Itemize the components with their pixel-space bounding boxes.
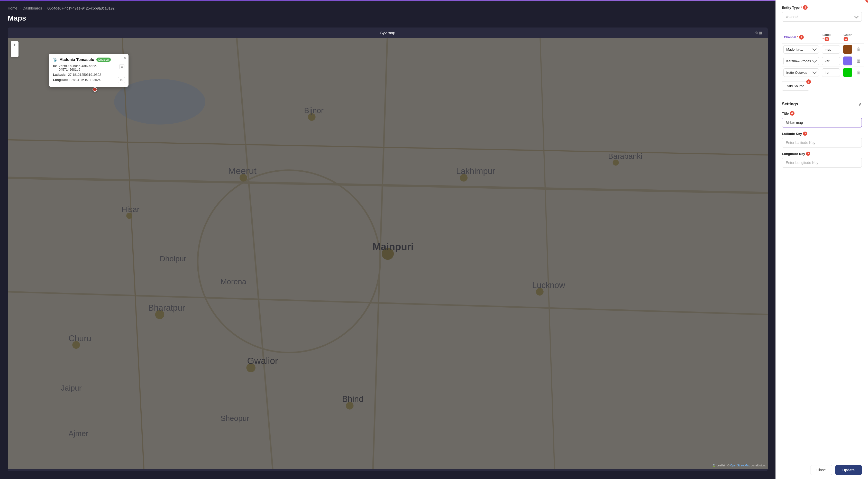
actions-header (854, 32, 864, 44)
delete-cell-0: 🗑 (854, 44, 864, 55)
add-source-button[interactable]: Add Source 5 (782, 81, 809, 91)
popup-id-value: 2d2f8999-b0aa-4af6-b622-0457142681e9 (59, 64, 117, 71)
lat-key-input-group: Latitude Key ? (782, 132, 862, 148)
color-header: Color 4 (841, 32, 854, 44)
popup-lat-value: 27.1812125031919802 (68, 73, 101, 76)
popup-id-copy-button[interactable]: ⧉ (119, 64, 124, 69)
lat-key-label: Latitude Key ? (782, 132, 862, 136)
lon-key-info-icon: ? (806, 152, 810, 156)
label-input-1[interactable] (822, 57, 840, 65)
popup-lat-label: Latitude: (53, 73, 67, 76)
map-card-header: Syv map ✎ 🗑 (8, 28, 768, 38)
entity-type-label: Entity Type * 1 (782, 5, 862, 10)
label-cell-1 (820, 55, 841, 67)
table-row: Madonia-... 🗑 (782, 44, 864, 55)
add-source-label: Add Source (787, 84, 804, 88)
channel-select-1[interactable]: Kershaw-Propes (783, 57, 819, 65)
color-cell-0 (841, 44, 854, 55)
channel-cell-1: Kershaw-Propes (782, 55, 820, 67)
title-input[interactable] (782, 118, 862, 127)
popup-status-badge: Enabled (96, 58, 111, 62)
settings-section: Settings ∧ Title 6 Latitude Key ? Longit… (776, 96, 868, 177)
channel-cell-0: Madonia-... (782, 44, 820, 55)
add-source-badge: 5 (806, 79, 811, 84)
delete-source-button-2[interactable]: 🗑 (856, 69, 862, 76)
delete-source-button-1[interactable]: 🗑 (856, 57, 862, 65)
map-card-actions: ✎ 🗑 (757, 30, 764, 36)
title-field-label: Title 6 (782, 111, 862, 116)
label-input-0[interactable] (822, 45, 840, 54)
delete-cell-2: 🗑 (854, 67, 864, 78)
color-swatch-1[interactable] (843, 56, 852, 66)
settings-title: Settings (782, 102, 798, 106)
breadcrumb-home[interactable]: Home (8, 6, 17, 10)
map-footer: 🍃 Leaflet | © OpenStreetMap contributors (712, 464, 766, 467)
label-input-2[interactable] (822, 68, 840, 77)
popup-lon-value: 78.04195101133526 (71, 78, 101, 82)
map-zoom-controls: + − (11, 41, 19, 57)
popup-signal-icon: 📡 (53, 58, 57, 62)
title-input-group: Title 6 (782, 111, 862, 127)
popup-id-row: ID: 2d2f8999-b0aa-4af6-b622-0457142681e9… (53, 64, 124, 71)
zoom-in-button[interactable]: + (11, 41, 19, 49)
channel-select-2[interactable]: Irette-Octavus (783, 68, 819, 77)
entity-type-section: Entity Type * 1 channel (776, 0, 868, 27)
color-swatch-2[interactable] (843, 68, 852, 77)
popup-close-button[interactable]: × (124, 56, 126, 60)
title-badge: 6 (790, 111, 795, 116)
color-cell-2 (841, 67, 854, 78)
popup-id-label: ID: (53, 64, 57, 68)
channel-chevron-icon-1 (812, 58, 817, 63)
color-cell-1 (841, 55, 854, 67)
breadcrumb-current: 60d4de07-4c1f-49ee-9425-c5b9a8ca8192 (47, 6, 115, 10)
label-header: Label * 3 (820, 32, 841, 44)
right-panel: Entity Type * 1 channel Channel * 2 Labe… (775, 0, 868, 479)
sources-table: Channel * 2 Label * 3 Color 4 (782, 32, 864, 78)
settings-header: Settings ∧ (782, 101, 862, 107)
color-swatch-0[interactable] (843, 45, 852, 54)
lon-key-input-group: Longitude Key ? (782, 152, 862, 167)
lat-key-info-icon: ? (803, 132, 807, 136)
sources-section: Channel * 2 Label * 3 Color 4 (776, 27, 868, 96)
lon-key-label: Longitude Key ? (782, 152, 862, 156)
map-card: Syv map ✎ 🗑 (8, 28, 768, 471)
entity-type-select[interactable]: channel (782, 12, 862, 22)
map-display[interactable]: Churu Hisar Bharatpur Jaipur Ajmer Meeru… (8, 38, 768, 469)
popup-lon-label: Longitude: (53, 78, 70, 82)
label-cell-2 (820, 67, 841, 78)
delete-source-button-0[interactable]: 🗑 (856, 46, 862, 53)
map-card-title: Syv map (380, 31, 395, 35)
edit-map-button[interactable]: ✎ (754, 30, 760, 36)
entity-type-badge: 1 (803, 5, 808, 10)
delete-cell-1: 🗑 (854, 55, 864, 67)
entity-type-chevron-icon (855, 14, 859, 19)
channel-select-0[interactable]: Madonia-... (783, 45, 819, 54)
popup-coords-copy-button[interactable]: ⧉ (118, 77, 125, 83)
breadcrumb-sep-1: › (19, 6, 21, 10)
popup-lon-row: Longitude: 78.04195101133526 (53, 78, 124, 82)
popup-title: Madonia-Tomasulo (59, 57, 94, 62)
map-popup: × 📡 Madonia-Tomasulo Enabled ID: 2d2f899… (49, 54, 128, 87)
panel-footer: Close Update 7 (776, 461, 868, 479)
breadcrumb: Home › Dashboards › 60d4de07-4c1f-49ee-9… (0, 1, 775, 13)
channel-header: Channel * 2 (782, 32, 820, 44)
channel-chevron-icon-0 (812, 47, 817, 51)
update-button[interactable]: Update 7 (835, 465, 862, 475)
page-title: Maps (0, 13, 775, 28)
settings-collapse-button[interactable]: ∧ (859, 101, 862, 107)
channel-chevron-icon-2 (812, 70, 817, 74)
channel-cell-2: Irette-Octavus (782, 67, 820, 78)
label-cell-0 (820, 44, 841, 55)
close-button[interactable]: Close (810, 465, 832, 475)
breadcrumb-dashboards[interactable]: Dashboards (23, 6, 42, 10)
lon-key-input[interactable] (782, 158, 862, 167)
map-pin[interactable] (93, 87, 97, 92)
breadcrumb-sep-2: › (44, 6, 45, 10)
table-row: Irette-Octavus 🗑 (782, 67, 864, 78)
lat-key-input[interactable] (782, 138, 862, 148)
map-container-wrapper: Syv map ✎ 🗑 (0, 28, 775, 479)
zoom-out-button[interactable]: − (11, 49, 19, 57)
table-row: Kershaw-Propes 🗑 (782, 55, 864, 67)
map-overlay (8, 38, 768, 469)
popup-lat-row: Latitude: 27.1812125031919802 (53, 73, 124, 76)
